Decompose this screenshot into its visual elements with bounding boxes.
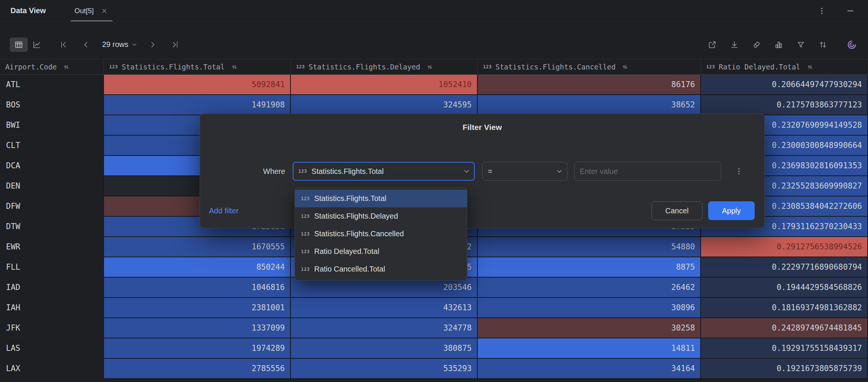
table-cell[interactable]: 14811	[478, 338, 701, 359]
table-cell[interactable]: 1046816	[104, 278, 291, 298]
table-cell[interactable]: 432613	[291, 298, 478, 318]
sort-icon[interactable]	[807, 64, 813, 70]
table-cell[interactable]: 30258	[478, 318, 701, 338]
airport-code-cell[interactable]: LAS	[0, 338, 104, 359]
table-view-button[interactable]	[10, 38, 28, 52]
table-cell[interactable]: 0.1944429584568826	[701, 278, 868, 298]
table-cell[interactable]: 0.22297716890680794	[701, 257, 868, 278]
table-cell[interactable]: 54880	[478, 237, 701, 257]
table-cell[interactable]: 324595	[291, 95, 478, 115]
table-cell[interactable]: 1052410	[291, 75, 478, 95]
apply-button[interactable]: Apply	[708, 201, 755, 220]
table-row[interactable]: JFK 1337099 324778 30258 0.2428974967448…	[0, 318, 868, 338]
column-label: Statistics.Flights.Cancelled	[495, 63, 615, 71]
last-page-icon[interactable]	[169, 38, 182, 51]
table-cell[interactable]: 26462	[478, 278, 701, 298]
table-cell[interactable]: 5092841	[104, 75, 291, 95]
chart-view-button[interactable]	[28, 38, 46, 52]
table-cell[interactable]: 0.24289749674481845	[701, 318, 868, 338]
sort-icon[interactable]	[232, 64, 237, 70]
popup-item[interactable]: 123 Ratio Delayed.Total	[295, 243, 467, 260]
table-cell[interactable]: 86176	[478, 75, 701, 95]
open-in-new-icon[interactable]	[706, 38, 719, 51]
table-row[interactable]: ATL 5092841 1052410 86176 0.206644974779…	[0, 75, 868, 95]
table-cell[interactable]: 0.2912756538994526	[701, 237, 868, 257]
table-cell[interactable]: 8875	[478, 257, 701, 278]
table-cell[interactable]: 30896	[478, 298, 701, 318]
table-row[interactable]: LAX 2785556 535293 34164 0.1921673805875…	[0, 359, 868, 379]
table-cell[interactable]: 1337099	[104, 318, 291, 338]
table-header-cell[interactable]: Airport.Code	[0, 59, 104, 75]
table-cell[interactable]: 380875	[291, 338, 478, 359]
popup-item[interactable]: 123 Statistics.Flights.Total	[295, 190, 467, 207]
table-row[interactable]: IAH 2381001 432613 30896 0.1816937498136…	[0, 298, 868, 318]
table-cell[interactable]: 2381001	[104, 298, 291, 318]
table-row[interactable]: LAS 1974289 380875 14811 0.1929175515843…	[0, 338, 868, 359]
sort-icon[interactable]	[622, 64, 628, 70]
table-cell[interactable]: 38652	[478, 95, 701, 115]
table-row[interactable]: BOS 1491908 324595 38652 0.2175703863777…	[0, 95, 868, 115]
table-cell[interactable]: 535293	[291, 359, 478, 379]
minimize-icon[interactable]	[844, 5, 857, 17]
table-cell[interactable]: 2785556	[104, 359, 291, 379]
table-cell[interactable]: 0.2175703863777123	[701, 95, 868, 115]
airport-code-cell[interactable]: FLL	[0, 257, 104, 278]
table-header-cell[interactable]: 123 Statistics.Flights.Total	[104, 59, 291, 75]
filter-value-input[interactable]	[574, 162, 721, 181]
popup-item[interactable]: 123 Ratio Cancelled.Total	[295, 260, 467, 278]
numeric-type-icon: 123	[301, 214, 310, 219]
airport-code-cell[interactable]: DFW	[0, 196, 104, 217]
airport-code-cell[interactable]: DCA	[0, 156, 104, 176]
column-chart-icon[interactable]	[772, 38, 785, 51]
airport-code-cell[interactable]: IAD	[0, 278, 104, 298]
table-cell[interactable]: 0.19291755158439317	[701, 338, 868, 359]
table-cell[interactable]: 0.20664497477930294	[701, 75, 868, 95]
table-cell[interactable]: 203546	[291, 278, 478, 298]
first-page-icon[interactable]	[57, 38, 70, 51]
next-page-icon[interactable]	[146, 38, 159, 51]
table-header-cell[interactable]: 123 Ratio Delayed.Total	[701, 59, 868, 75]
table-cell[interactable]: 324778	[291, 318, 478, 338]
airport-code-cell[interactable]: JFK	[0, 318, 104, 338]
cancel-button[interactable]: Cancel	[651, 201, 703, 220]
airport-code-cell[interactable]: BOS	[0, 95, 104, 115]
filter-funnel-icon[interactable]	[794, 38, 807, 51]
table-row[interactable]: IAD 1046816 203546 26462 0.1944429584568…	[0, 278, 868, 298]
kebab-menu-icon[interactable]	[815, 5, 828, 17]
airport-code-cell[interactable]: BWI	[0, 115, 104, 136]
airport-code-cell[interactable]: IAH	[0, 298, 104, 318]
tab-out5[interactable]: Out[5]	[69, 0, 114, 21]
table-cell[interactable]: 0.1921673805875739	[701, 359, 868, 379]
python-plugin-icon[interactable]	[845, 38, 858, 51]
airport-code-cell[interactable]: DTW	[0, 217, 104, 237]
table-cell[interactable]: 34164	[478, 359, 701, 379]
operator-dropdown[interactable]: =	[482, 162, 567, 181]
table-cell[interactable]: 1670555	[104, 237, 291, 257]
table-cell[interactable]: 1491908	[104, 95, 291, 115]
table-header-cell[interactable]: 123 Statistics.Flights.Delayed	[291, 59, 478, 75]
eraser-icon[interactable]	[750, 38, 763, 51]
popup-item[interactable]: 123 Statistics.Flights.Cancelled	[295, 225, 467, 243]
previous-page-icon[interactable]	[80, 38, 92, 51]
rows-count-dropdown[interactable]: 29 rows	[102, 40, 137, 49]
more-options-icon[interactable]	[733, 165, 745, 178]
airport-code-cell[interactable]: LAX	[0, 359, 104, 379]
add-filter-link[interactable]: Add filter	[209, 207, 239, 215]
sort-icon[interactable]	[427, 64, 433, 70]
chevron-down-icon	[132, 43, 137, 46]
table-header-cell[interactable]: 123 Statistics.Flights.Cancelled	[478, 59, 701, 75]
airport-code-cell[interactable]: ATL	[0, 75, 104, 95]
airport-code-cell[interactable]: DEN	[0, 176, 104, 196]
tab-close-icon[interactable]	[100, 6, 109, 15]
sort-icon[interactable]	[63, 64, 69, 70]
field-dropdown[interactable]: 123 Statistics.Flights.Total	[293, 162, 475, 181]
table-cell[interactable]: 0.18169374981362882	[701, 298, 868, 318]
table-cell[interactable]: 1974289	[104, 338, 291, 359]
swap-sort-icon[interactable]	[817, 38, 829, 51]
table-cell[interactable]: 850244	[104, 257, 291, 278]
download-icon[interactable]	[728, 38, 741, 51]
airport-code-cell[interactable]: CLT	[0, 136, 104, 156]
airport-code-cell[interactable]: EWR	[0, 237, 104, 257]
filter-modal: Filter View Where 123 Statistics.Flights…	[200, 113, 765, 228]
popup-item[interactable]: 123 Statistics.Flights.Delayed	[295, 207, 467, 225]
